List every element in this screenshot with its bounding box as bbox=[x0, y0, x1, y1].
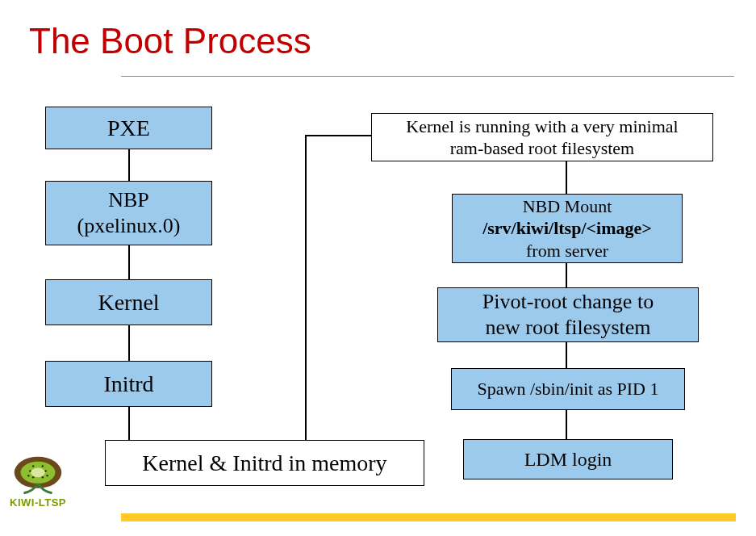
box-nbp: NBP (pxelinux.0) bbox=[45, 181, 212, 245]
box-pivot-root: Pivot-root change to new root filesystem bbox=[437, 287, 699, 342]
svg-point-7 bbox=[32, 476, 35, 479]
box-ram-root: Kernel is running with a very minimal ra… bbox=[371, 113, 713, 161]
svg-point-4 bbox=[44, 471, 47, 473]
conn-kernel-initrd bbox=[128, 325, 130, 361]
box-spawn-init: Spawn /sbin/init as PID 1 bbox=[451, 368, 685, 410]
conn-spawn-ldm bbox=[566, 410, 567, 439]
conn-nbd-pivot bbox=[566, 263, 567, 287]
page-title: The Boot Process bbox=[29, 21, 311, 61]
conn-mem-up-v2 bbox=[305, 136, 307, 161]
box-kernel-initrd-memory: Kernel & Initrd in memory bbox=[105, 440, 424, 486]
svg-point-2 bbox=[31, 468, 45, 478]
logo-text: KIWI-LTSP bbox=[6, 496, 69, 509]
svg-point-9 bbox=[27, 475, 30, 477]
svg-point-10 bbox=[46, 475, 48, 477]
box-pxe: PXE bbox=[45, 107, 212, 149]
conn-initrd-mem bbox=[128, 407, 130, 440]
pivot-line1: Pivot-root change to bbox=[482, 289, 654, 316]
svg-point-6 bbox=[42, 466, 44, 468]
nbd-line2: /srv/kiwi/ltsp/<image> bbox=[482, 217, 652, 240]
kiwi-ltsp-logo: KIWI-LTSP bbox=[6, 452, 69, 509]
box-ldm-login: LDM login bbox=[463, 439, 673, 479]
conn-mem-up-v bbox=[305, 161, 307, 440]
box-initrd: Initrd bbox=[45, 361, 212, 407]
kiwi-icon bbox=[6, 452, 69, 496]
pivot-line2: new root filesystem bbox=[482, 315, 654, 341]
nbd-line3: from server bbox=[482, 240, 652, 262]
nbd-line1: NBD Mount bbox=[482, 195, 652, 218]
nbp-line2: (pxelinux.0) bbox=[77, 213, 181, 240]
ram-root-line1: Kernel is running with a very minimal bbox=[406, 115, 678, 138]
conn-pivot-spawn bbox=[566, 342, 567, 368]
footer-accent-bar bbox=[121, 513, 736, 521]
conn-nbp-kernel bbox=[128, 245, 130, 279]
svg-point-8 bbox=[42, 476, 44, 479]
conn-mem-up-h bbox=[305, 135, 373, 136]
conn-ramroot-nbd bbox=[566, 161, 567, 194]
box-kernel: Kernel bbox=[45, 279, 212, 325]
title-underline bbox=[121, 76, 734, 77]
svg-point-3 bbox=[29, 471, 31, 473]
box-nbd-mount: NBD Mount /srv/kiwi/ltsp/<image> from se… bbox=[452, 194, 683, 263]
nbp-line1: NBP bbox=[77, 187, 181, 214]
svg-point-5 bbox=[32, 466, 35, 468]
conn-pxe-nbp bbox=[128, 149, 130, 181]
ram-root-line2: ram-based root filesystem bbox=[406, 137, 678, 160]
